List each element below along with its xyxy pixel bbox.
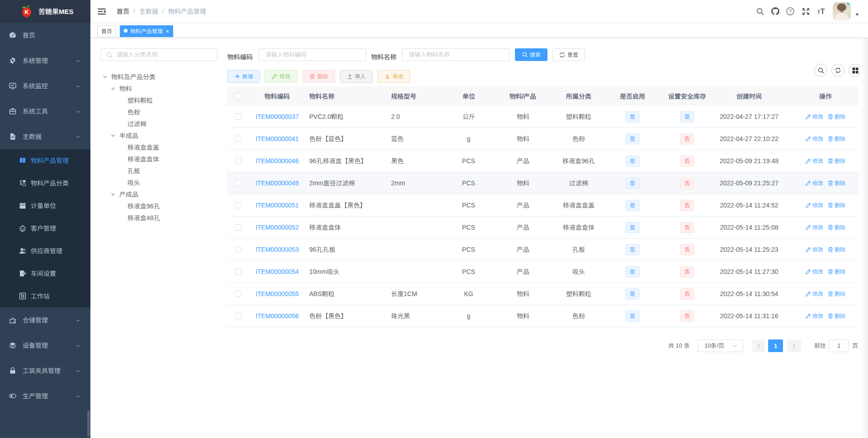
svg-text:K: K [24,9,29,15]
svg-text:?: ? [789,9,792,14]
svg-text:T: T [820,8,825,15]
